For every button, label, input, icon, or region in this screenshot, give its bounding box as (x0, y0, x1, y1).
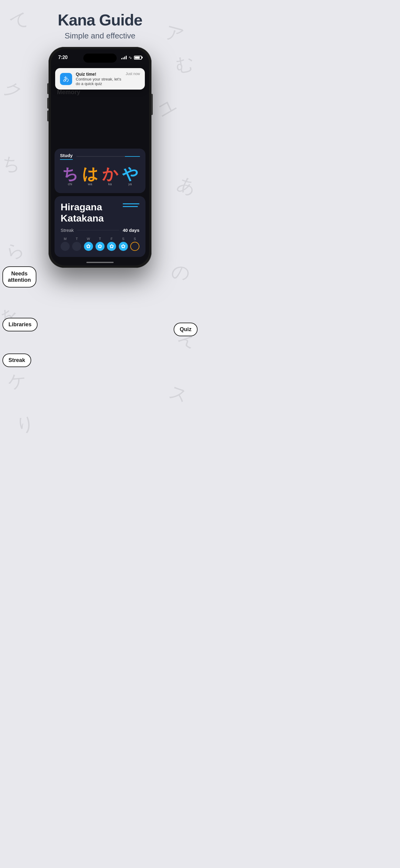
day-circle-mon (61, 242, 70, 251)
libraries-lines-icon (123, 202, 139, 207)
day-circle-sat: ✿ (119, 242, 128, 251)
day-circle-wed: ✿ (84, 242, 93, 251)
kana-char-ka: か (102, 166, 118, 182)
kana-item-ka[interactable]: か ka (102, 166, 118, 186)
study-tab-bar: Study (60, 153, 140, 160)
libraries-header: Hiragana Katakana (61, 202, 139, 224)
streak-row: Streak 40 days (61, 227, 139, 233)
signal-icon (121, 56, 127, 59)
battery-icon (134, 56, 142, 60)
bottom-cards: Study ち chi は wa か (51, 149, 149, 266)
dynamic-island (83, 54, 117, 63)
phone-screen: 7:20 ∿ あ Quiz time! Con (51, 49, 149, 266)
day-circle-thu: ✿ (95, 242, 105, 251)
streak-label-bubble: Streak (2, 353, 31, 367)
phone-outer: 7:20 ∿ あ Quiz time! Con (49, 47, 151, 268)
notification-banner[interactable]: あ Quiz time! Continue your streak, let's… (55, 68, 145, 90)
day-item-sat: S ✿ (119, 237, 128, 251)
libraries-card[interactable]: Hiragana Katakana Streak 40 days (55, 196, 145, 257)
libraries-title-line2: Katakana (61, 213, 104, 224)
day-item-thu: T ✿ (95, 237, 105, 251)
status-icons: ∿ (121, 55, 142, 60)
notification-body: Continue your streak, let's do a quick q… (76, 77, 122, 86)
kana-char-ya: や (122, 166, 138, 182)
kana-char-wa: は (82, 166, 98, 182)
notification-time: Just now (126, 72, 140, 76)
lib-line-1 (123, 204, 139, 204)
streak-divider (77, 230, 119, 230)
libraries-label: Libraries (2, 318, 37, 332)
quiz-label: Quiz (174, 322, 198, 336)
streak-value: 40 days (123, 227, 139, 233)
kana-row: ち chi は wa か ka や ya (60, 164, 140, 188)
needs-attention-label: Needsattention (2, 266, 36, 287)
streak-label: Streak (61, 227, 74, 233)
home-indicator (86, 262, 114, 263)
kana-label-ya: ya (128, 182, 132, 186)
day-item-mon: M (61, 237, 70, 251)
libraries-title-line1: Hiragana (61, 202, 104, 213)
notification-content: Quiz time! Continue your streak, let's d… (76, 72, 122, 86)
status-time: 7:20 (58, 55, 67, 60)
days-row: M T W ✿ (61, 237, 139, 251)
lib-line-2 (123, 206, 138, 207)
day-item-wed: W ✿ (84, 237, 93, 251)
phone-mockup: 7:20 ∿ あ Quiz time! Con (49, 47, 151, 268)
day-circle-fri: ✿ (107, 242, 116, 251)
screen-bg-text: Memory (57, 89, 80, 96)
day-circle-tue (72, 242, 81, 251)
study-tab-indicator (76, 156, 140, 157)
kana-label-ka: ka (108, 182, 112, 186)
notification-app-icon: あ (60, 73, 72, 85)
notification-title: Quiz time! (76, 72, 122, 76)
day-circle-sun (130, 242, 139, 251)
kana-char-chi: ち (62, 166, 78, 182)
kana-label-wa: wa (88, 182, 92, 186)
study-tab[interactable]: Study (60, 153, 73, 160)
libraries-title: Hiragana Katakana (61, 202, 104, 224)
kana-item-wa[interactable]: は wa (82, 166, 98, 186)
app-header: Kana Guide Simple and effective (0, 0, 200, 40)
wifi-icon: ∿ (128, 55, 132, 60)
study-card[interactable]: Study ち chi は wa か (55, 149, 145, 193)
kana-item-ya[interactable]: や ya (122, 166, 138, 186)
kana-label-chi: chi (68, 182, 72, 186)
day-item-fri: F ✿ (107, 237, 116, 251)
app-subtitle: Simple and effective (0, 31, 200, 40)
day-item-sun: S (130, 237, 139, 251)
app-title: Kana Guide (0, 11, 200, 29)
kana-item-chi[interactable]: ち chi (62, 166, 78, 186)
day-item-tue: T (72, 237, 81, 251)
